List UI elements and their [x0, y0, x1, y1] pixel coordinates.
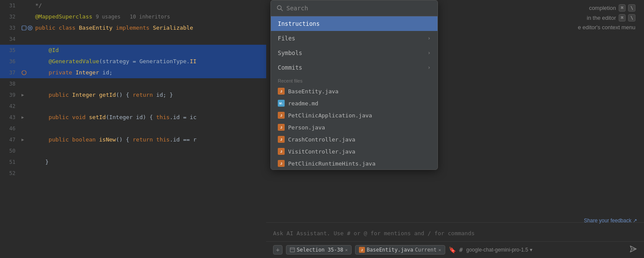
- java-file-icon-2: J: [278, 112, 285, 119]
- recent-file-label-2: PetClinicApplication.java: [288, 112, 372, 119]
- line-content-36: @GeneratedValue(strategy = GenerationTyp…: [33, 56, 266, 67]
- line-number-31: 31: [0, 0, 21, 11]
- menu-item-files[interactable]: Files ›: [271, 31, 437, 46]
- recent-file-label-6: PetClinicRuntimeHints.java: [288, 160, 376, 167]
- recent-file-visit[interactable]: J VisitController.java: [271, 145, 437, 157]
- line-content-31: */: [33, 0, 266, 11]
- line-content-43: public void setId(Integer id) { this.id …: [33, 112, 266, 123]
- line-content-37: private Integer id;: [33, 67, 266, 78]
- search-input-text: Search: [286, 5, 308, 12]
- file-tag-icon: J: [359, 247, 365, 253]
- line-number-35: 35: [0, 45, 21, 56]
- java-file-icon-5: J: [278, 148, 285, 155]
- line-content-47: public boolean isNew() { return this.id …: [33, 134, 266, 145]
- search-icon: [277, 5, 283, 11]
- recent-file-label-3: Person.java: [288, 124, 325, 131]
- code-line-50: 50: [0, 145, 266, 157]
- recent-file-readme[interactable]: M↓ readme.md: [271, 97, 437, 109]
- svg-point-4: [22, 71, 26, 75]
- commits-chevron-icon: ›: [428, 64, 431, 71]
- code-line-31: 31 */: [0, 0, 266, 11]
- menu-item-instructions[interactable]: Instructions: [271, 16, 437, 31]
- recent-file-person[interactable]: J Person.java: [271, 121, 437, 133]
- line-number-42: 42: [0, 101, 21, 112]
- line-number-43: 43: [0, 112, 21, 123]
- code-line-37: 37 private Integer id;: [0, 67, 266, 78]
- java-file-icon-6: J: [278, 160, 285, 167]
- model-dropdown-icon: ▾: [530, 247, 532, 253]
- add-context-button[interactable]: +: [273, 245, 283, 255]
- md-file-icon-1: M↓: [278, 100, 285, 107]
- line-number-39: 39: [0, 89, 21, 101]
- line-number-51: 51: [0, 157, 21, 168]
- code-line-46: 46: [0, 123, 266, 134]
- recent-file-petclinic[interactable]: J PetClinicApplication.java: [271, 109, 437, 121]
- chat-placeholder-text: Ask AI Assistant. Use # or @ for mention…: [273, 230, 475, 236]
- selection-tag-close[interactable]: ×: [345, 247, 348, 253]
- code-line-38: 38: [0, 78, 266, 89]
- menu-item-commits[interactable]: Commits ›: [271, 60, 437, 75]
- file-tag-suffix: Current: [415, 247, 437, 253]
- plus-icon: +: [276, 246, 279, 253]
- send-button[interactable]: [629, 245, 637, 255]
- code-line-36: 36 @GeneratedValue(strategy = Generation…: [0, 56, 266, 67]
- code-lines: 31 */32@MappedSuperclass 9 usages 10 inh…: [0, 0, 266, 179]
- kbd-backslash: \: [628, 4, 635, 12]
- files-label: Files: [278, 35, 295, 42]
- code-line-52: 52: [0, 168, 266, 179]
- code-line-34: 34: [0, 34, 266, 45]
- java-file-icon-4: J: [278, 136, 285, 143]
- symbols-label: Symbols: [278, 49, 302, 56]
- code-line-32: 32@MappedSuperclass 9 usages 10 inherito…: [0, 11, 266, 22]
- hash-icon: #: [459, 246, 463, 253]
- recent-file-label-1: readme.md: [288, 100, 318, 107]
- line-content-51: }: [33, 157, 266, 168]
- recent-files-header: Recent files: [271, 75, 437, 85]
- recent-file-base-entity[interactable]: J BaseEntity.java: [271, 85, 437, 97]
- model-name-label: google-chat-gemini-pro-1.5: [466, 247, 528, 253]
- selection-tag-label: Selection 35-38: [297, 247, 343, 253]
- code-line-35: 35 @Id: [0, 45, 266, 56]
- line-icons-39: ▶: [21, 89, 33, 101]
- selection-tag[interactable]: Selection 35-38 ×: [286, 245, 352, 255]
- code-editor: 31 */32@MappedSuperclass 9 usages 10 inh…: [0, 0, 266, 258]
- kbd-backslash2: \: [628, 14, 635, 22]
- line-icons-47: ▶: [21, 134, 33, 145]
- recent-file-crash[interactable]: J CrashController.java: [271, 133, 437, 145]
- file-tag[interactable]: J BaseEntity.java Current ×: [355, 245, 445, 255]
- code-line-33: 33public class BaseEntity implements Ser…: [0, 22, 266, 34]
- search-bar[interactable]: Search: [271, 0, 437, 16]
- context-hints: completion ⌘ \ in the editor ⌘ \ e edito…: [532, 0, 635, 37]
- line-icons-33: [21, 25, 33, 31]
- line-number-52: 52: [0, 168, 21, 179]
- svg-rect-0: [22, 26, 26, 30]
- editor-hint: in the editor: [587, 15, 616, 21]
- chat-input-area[interactable]: Ask AI Assistant. Use # or @ for mention…: [266, 223, 644, 241]
- line-number-33: 33: [0, 22, 21, 34]
- menu-item-symbols[interactable]: Symbols ›: [271, 46, 437, 60]
- files-chevron-icon: ›: [428, 35, 431, 41]
- feedback-link[interactable]: Share your feedback ↗: [584, 218, 637, 224]
- code-line-51: 51 }: [0, 157, 266, 168]
- model-selector[interactable]: google-chat-gemini-pro-1.5 ▾: [466, 247, 532, 253]
- kbd-cmd: ⌘: [619, 4, 626, 12]
- line-icons-43: ▶: [21, 112, 33, 123]
- line-number-36: 36: [0, 56, 21, 67]
- line-icons-37: [21, 70, 33, 75]
- recent-file-hints[interactable]: J PetClinicRuntimeHints.java: [271, 157, 437, 169]
- code-line-42: 42: [0, 101, 266, 112]
- svg-line-6: [281, 9, 283, 11]
- completion-label: completion: [589, 5, 616, 11]
- file-tag-close[interactable]: ×: [438, 247, 441, 253]
- commits-label: Commits: [278, 64, 302, 71]
- kbd-cmd2: ⌘: [619, 14, 626, 22]
- line-content-32: @MappedSuperclass 9 usages 10 inheritors: [33, 11, 266, 22]
- instructions-label: Instructions: [278, 20, 320, 27]
- send-icon: [629, 245, 637, 253]
- bottom-input-area: Ask AI Assistant. Use # or @ for mention…: [266, 222, 644, 258]
- line-number-50: 50: [0, 145, 21, 157]
- line-content-39: public Integer getId() { return id; }: [33, 89, 266, 101]
- code-line-47: 47▶ public boolean isNew() { return this…: [0, 134, 266, 145]
- line-number-47: 47: [0, 134, 21, 145]
- line-content-35: @Id: [33, 45, 266, 56]
